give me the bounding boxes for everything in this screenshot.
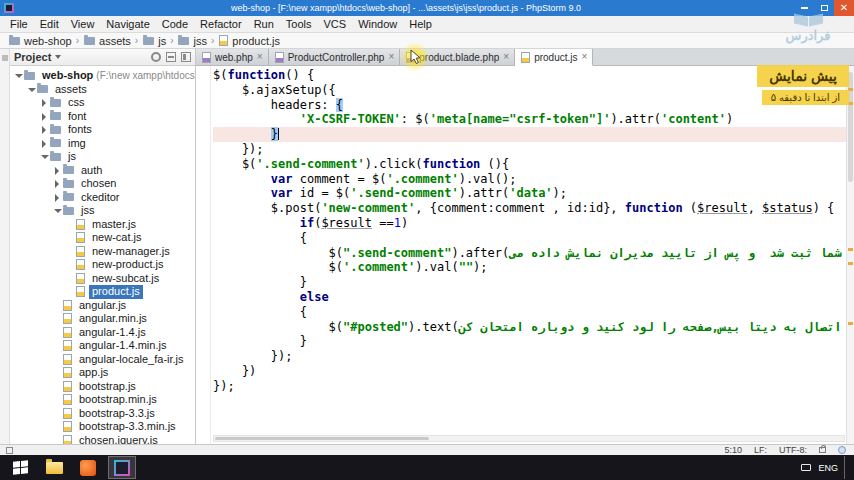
code-line-6[interactable]: });	[213, 142, 846, 157]
code-line-15[interactable]: }	[213, 275, 846, 290]
menu-item-file[interactable]: File	[4, 18, 34, 30]
expand-arrow-icon[interactable]	[53, 193, 62, 202]
expand-arrow-icon[interactable]	[53, 179, 62, 188]
expand-arrow-icon[interactable]	[40, 139, 49, 148]
editor-scrollbar[interactable]	[846, 66, 854, 444]
menu-item-help[interactable]: Help	[403, 18, 438, 30]
breadcrumb-item-assets[interactable]: assets	[83, 35, 131, 47]
code-line-18[interactable]: $("#posted").text(خطا در اتصال به دیتا ب…	[213, 320, 846, 335]
breadcrumb-item-jss[interactable]: jss	[177, 35, 206, 47]
settings-gear-icon[interactable]	[151, 52, 161, 62]
tree-item-fonts[interactable]: fonts	[10, 123, 195, 137]
tree-item-bootstrap-js[interactable]: bootstrap.js	[10, 380, 195, 394]
tree-item-chosen[interactable]: chosen	[10, 177, 195, 191]
menu-item-edit[interactable]: Edit	[34, 18, 65, 30]
collapse-arrow-icon[interactable]	[40, 152, 49, 161]
code-line-22[interactable]: });	[213, 379, 846, 394]
code-line-16[interactable]: else	[213, 290, 846, 305]
collapse-all-icon[interactable]	[166, 52, 176, 62]
tree-item-ckeditor[interactable]: ckeditor	[10, 191, 195, 205]
tab-product-js[interactable]: product.js×	[515, 49, 593, 66]
code-line-5[interactable]: }	[213, 127, 846, 142]
close-button[interactable]: ✕	[834, 0, 854, 16]
tree-item-auth[interactable]: auth	[10, 164, 195, 178]
tab-productcontroller-php[interactable]: ProductController.php×	[269, 49, 401, 65]
breadcrumb-item-web-shop[interactable]: web-shop	[8, 35, 72, 47]
tab-web-php[interactable]: web.php×	[196, 49, 269, 65]
tray-keyboard-icon[interactable]	[801, 464, 811, 471]
menu-item-window[interactable]: Window	[352, 18, 403, 30]
code-line-12[interactable]: {	[213, 231, 846, 246]
tree-item-jss[interactable]: jss	[10, 204, 195, 218]
code-line-2[interactable]: $.ajaxSetup({	[213, 83, 846, 98]
code-line-20[interactable]: });	[213, 349, 846, 364]
tree-item-angular-js[interactable]: angular.js	[10, 299, 195, 313]
expand-arrow-icon[interactable]	[40, 125, 49, 134]
expand-arrow-icon[interactable]	[40, 112, 49, 121]
code-line-4[interactable]: 'X-CSRF-TOKEN': $('meta[name="csrf-token…	[213, 112, 846, 127]
code-line-21[interactable]: })	[213, 364, 846, 379]
menu-item-vcs[interactable]: VCS	[318, 18, 353, 30]
file-explorer-button[interactable]	[40, 456, 68, 479]
minimize-button[interactable]	[794, 0, 814, 16]
tree-item-bootstrap-min-js[interactable]: bootstrap.min.js	[10, 393, 195, 407]
tree-item-new-subcat-js[interactable]: new-subcat.js	[10, 272, 195, 286]
show-desktop-button[interactable]	[844, 456, 848, 479]
code-line-10[interactable]: $.post('new-comment', {comment:comment ,…	[213, 201, 846, 216]
collapse-arrow-icon[interactable]	[27, 85, 36, 94]
tree-item-angular-locale-fa-ir-js[interactable]: angular-locale_fa-ir.js	[10, 353, 195, 367]
tree-item-bootstrap-3-3-js[interactable]: bootstrap-3.3.js	[10, 407, 195, 421]
breadcrumb-item-product-js[interactable]: product.js	[218, 35, 280, 47]
chevron-down-icon[interactable]	[55, 55, 61, 59]
menu-item-view[interactable]: View	[65, 18, 101, 30]
language-indicator[interactable]: ENG	[818, 463, 838, 473]
tree-item-css[interactable]: css	[10, 96, 195, 110]
tree-item-js[interactable]: js	[10, 150, 195, 164]
menu-item-tools[interactable]: Tools	[280, 18, 318, 30]
tree-item-chosen-jquery-js[interactable]: chosen.jquery.js	[10, 434, 195, 445]
warning-stripe-mark[interactable]	[848, 322, 853, 325]
code-line-13[interactable]: $(".send-comment").after(دیدگاه شما ثبت …	[213, 246, 846, 261]
tree-item-new-product-js[interactable]: new-product.js	[10, 258, 195, 272]
code-line-19[interactable]: }	[213, 334, 846, 349]
collapse-arrow-icon[interactable]	[14, 71, 23, 80]
code-line-8[interactable]: var comment = $('.comment').val();	[213, 172, 846, 187]
warning-stripe-mark[interactable]	[848, 262, 853, 265]
tree-item-app-js[interactable]: app.js	[10, 366, 195, 380]
breadcrumb-item-js[interactable]: js	[142, 35, 166, 47]
maximize-button[interactable]	[814, 0, 834, 16]
collapse-arrow-icon[interactable]	[53, 206, 62, 215]
horizontal-scrollbar[interactable]	[213, 435, 845, 442]
inspections-hector-icon[interactable]	[838, 446, 846, 454]
tree-item-assets[interactable]: assets	[10, 83, 195, 97]
warning-stripe-mark[interactable]	[848, 248, 853, 251]
recorder-app-button[interactable]	[74, 456, 102, 479]
tree-item-bootstrap-3-3-min-js[interactable]: bootstrap-3.3.min.js	[10, 420, 195, 434]
tree-item-product-js[interactable]: product.js	[10, 285, 195, 299]
close-tab-icon[interactable]: ×	[503, 52, 509, 62]
tree-item-web-shop[interactable]: web-shop (F:\new xampp\htdocs\web-shop)	[10, 69, 195, 83]
tree-item-font[interactable]: font	[10, 110, 195, 124]
expand-arrow-icon[interactable]	[53, 166, 62, 175]
phpstorm-taskbar-button[interactable]	[108, 456, 136, 479]
tree-item-angular-1-4-js[interactable]: angular-1.4.js	[10, 326, 195, 340]
horizontal-scrollbar-thumb[interactable]	[215, 437, 429, 440]
project-tool-window-button[interactable]	[2, 55, 8, 61]
lock-icon[interactable]	[819, 447, 826, 453]
code-line-1[interactable]: $(function() {	[213, 68, 846, 83]
code-line-3[interactable]: headers: {	[213, 98, 846, 113]
encoding-indicator[interactable]: UTF-8:	[779, 445, 807, 455]
tree-item-angular-min-js[interactable]: angular.min.js	[10, 312, 195, 326]
tree-item-master-js[interactable]: master.js	[10, 218, 195, 232]
tree-item-angular-1-4-min-js[interactable]: angular-1.4.min.js	[10, 339, 195, 353]
project-panel-title[interactable]: Project	[14, 51, 51, 63]
menu-item-run[interactable]: Run	[248, 18, 280, 30]
menu-item-code[interactable]: Code	[156, 18, 194, 30]
caret-position[interactable]: 5:10	[724, 445, 742, 455]
tab-product-blade-php[interactable]: product.blade.php×	[400, 49, 515, 65]
close-tab-icon[interactable]: ×	[388, 52, 394, 62]
menu-item-navigate[interactable]: Navigate	[100, 18, 155, 30]
code-line-7[interactable]: $('.send-comment').click(function (){	[213, 157, 846, 172]
hide-panel-icon[interactable]	[181, 52, 191, 62]
tree-item-img[interactable]: img	[10, 137, 195, 151]
